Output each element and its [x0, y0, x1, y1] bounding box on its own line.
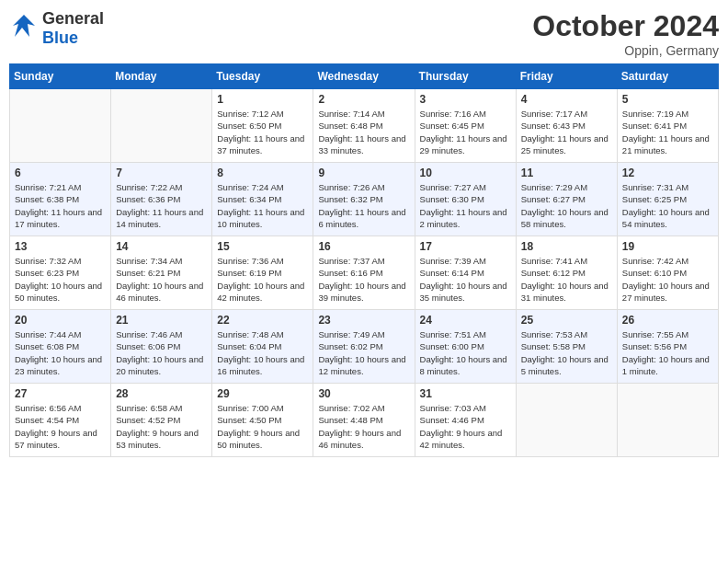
day-number: 9 [318, 167, 409, 179]
day-number: 30 [318, 387, 409, 400]
day-info: Sunrise: 7:41 AM Sunset: 6:12 PM Dayligh… [521, 255, 612, 304]
calendar-table: SundayMondayTuesdayWednesdayThursdayFrid… [9, 63, 719, 457]
day-info: Sunrise: 7:44 AM Sunset: 6:08 PM Dayligh… [15, 328, 106, 377]
calendar-cell: 19Sunrise: 7:42 AM Sunset: 6:10 PM Dayli… [617, 236, 718, 310]
day-number: 13 [15, 240, 106, 253]
calendar-cell: 1Sunrise: 7:12 AM Sunset: 6:50 PM Daylig… [212, 89, 313, 163]
calendar-cell: 27Sunrise: 6:56 AM Sunset: 4:54 PM Dayli… [10, 384, 111, 457]
day-header-tuesday: Tuesday [212, 64, 313, 89]
calendar-cell: 26Sunrise: 7:55 AM Sunset: 5:56 PM Dayli… [617, 310, 718, 384]
calendar-cell: 6Sunrise: 7:21 AM Sunset: 6:38 PM Daylig… [10, 163, 111, 236]
day-number: 4 [521, 93, 612, 106]
calendar-cell [617, 384, 718, 457]
calendar-cell: 9Sunrise: 7:26 AM Sunset: 6:32 PM Daylig… [313, 163, 415, 236]
day-info: Sunrise: 7:29 AM Sunset: 6:27 PM Dayligh… [521, 181, 612, 230]
day-number: 11 [521, 167, 612, 179]
calendar-cell: 25Sunrise: 7:53 AM Sunset: 5:58 PM Dayli… [516, 310, 617, 384]
day-header-friday: Friday [516, 64, 617, 89]
day-info: Sunrise: 7:27 AM Sunset: 6:30 PM Dayligh… [420, 181, 511, 230]
calendar-week-5: 27Sunrise: 6:56 AM Sunset: 4:54 PM Dayli… [10, 384, 719, 457]
day-info: Sunrise: 7:22 AM Sunset: 6:36 PM Dayligh… [116, 181, 207, 230]
calendar-cell [10, 89, 111, 163]
day-info: Sunrise: 7:21 AM Sunset: 6:38 PM Dayligh… [15, 181, 106, 230]
calendar-cell: 3Sunrise: 7:16 AM Sunset: 6:45 PM Daylig… [415, 89, 516, 163]
calendar-week-2: 6Sunrise: 7:21 AM Sunset: 6:38 PM Daylig… [10, 163, 719, 236]
day-number: 3 [420, 93, 511, 106]
calendar-cell: 14Sunrise: 7:34 AM Sunset: 6:21 PM Dayli… [111, 236, 212, 310]
day-info: Sunrise: 7:32 AM Sunset: 6:23 PM Dayligh… [15, 255, 106, 304]
day-info: Sunrise: 7:49 AM Sunset: 6:02 PM Dayligh… [318, 328, 409, 377]
day-info: Sunrise: 7:55 AM Sunset: 5:56 PM Dayligh… [622, 328, 713, 377]
logo-general: General [42, 9, 104, 28]
day-info: Sunrise: 7:36 AM Sunset: 6:19 PM Dayligh… [217, 255, 308, 304]
day-number: 24 [420, 314, 511, 327]
calendar-week-3: 13Sunrise: 7:32 AM Sunset: 6:23 PM Dayli… [10, 236, 719, 310]
day-info: Sunrise: 7:19 AM Sunset: 6:41 PM Dayligh… [622, 108, 713, 156]
calendar-cell: 20Sunrise: 7:44 AM Sunset: 6:08 PM Dayli… [10, 310, 111, 384]
calendar-week-1: 1Sunrise: 7:12 AM Sunset: 6:50 PM Daylig… [10, 89, 719, 163]
calendar-cell: 17Sunrise: 7:39 AM Sunset: 6:14 PM Dayli… [415, 236, 516, 310]
day-info: Sunrise: 7:17 AM Sunset: 6:43 PM Dayligh… [521, 108, 612, 156]
day-info: Sunrise: 7:46 AM Sunset: 6:06 PM Dayligh… [116, 328, 207, 377]
day-number: 28 [116, 387, 207, 400]
day-header-monday: Monday [111, 64, 212, 89]
day-info: Sunrise: 7:00 AM Sunset: 4:50 PM Dayligh… [217, 402, 308, 451]
calendar-cell: 13Sunrise: 7:32 AM Sunset: 6:23 PM Dayli… [10, 236, 111, 310]
day-info: Sunrise: 7:31 AM Sunset: 6:25 PM Dayligh… [622, 181, 713, 230]
calendar-cell: 15Sunrise: 7:36 AM Sunset: 6:19 PM Dayli… [212, 236, 313, 310]
day-info: Sunrise: 7:12 AM Sunset: 6:50 PM Dayligh… [217, 108, 308, 156]
day-number: 15 [217, 240, 308, 253]
day-number: 7 [116, 167, 207, 179]
calendar-cell: 12Sunrise: 7:31 AM Sunset: 6:25 PM Dayli… [617, 163, 718, 236]
day-number: 31 [420, 387, 511, 400]
calendar-cell: 5Sunrise: 7:19 AM Sunset: 6:41 PM Daylig… [617, 89, 718, 163]
calendar-cell: 23Sunrise: 7:49 AM Sunset: 6:02 PM Dayli… [313, 310, 415, 384]
day-number: 27 [15, 387, 106, 400]
calendar-cell: 4Sunrise: 7:17 AM Sunset: 6:43 PM Daylig… [516, 89, 617, 163]
day-header-sunday: Sunday [10, 64, 111, 89]
day-number: 17 [420, 240, 511, 253]
day-info: Sunrise: 7:53 AM Sunset: 5:58 PM Dayligh… [521, 328, 612, 377]
day-number: 5 [622, 93, 713, 106]
day-info: Sunrise: 7:34 AM Sunset: 6:21 PM Dayligh… [116, 255, 207, 304]
calendar-cell: 24Sunrise: 7:51 AM Sunset: 6:00 PM Dayli… [415, 310, 516, 384]
day-number: 22 [217, 314, 308, 327]
title-area: October 2024 Oppin, Germany [532, 9, 719, 58]
day-number: 26 [622, 314, 713, 327]
calendar-cell [516, 384, 617, 457]
calendar-cell: 11Sunrise: 7:29 AM Sunset: 6:27 PM Dayli… [516, 163, 617, 236]
logo-blue: Blue [42, 29, 78, 47]
day-number: 1 [217, 93, 308, 106]
day-info: Sunrise: 7:24 AM Sunset: 6:34 PM Dayligh… [217, 181, 308, 230]
day-header-saturday: Saturday [617, 64, 718, 89]
calendar-cell: 28Sunrise: 6:58 AM Sunset: 4:52 PM Dayli… [111, 384, 212, 457]
calendar-cell: 21Sunrise: 7:46 AM Sunset: 6:06 PM Dayli… [111, 310, 212, 384]
day-header-wednesday: Wednesday [313, 64, 415, 89]
calendar-cell: 30Sunrise: 7:02 AM Sunset: 4:48 PM Dayli… [313, 384, 415, 457]
day-number: 21 [116, 314, 207, 327]
calendar-cell: 18Sunrise: 7:41 AM Sunset: 6:12 PM Dayli… [516, 236, 617, 310]
logo-text: General Blue [42, 9, 104, 48]
day-number: 16 [318, 240, 409, 253]
day-info: Sunrise: 6:58 AM Sunset: 4:52 PM Dayligh… [116, 402, 207, 451]
day-info: Sunrise: 7:48 AM Sunset: 6:04 PM Dayligh… [217, 328, 308, 377]
day-info: Sunrise: 6:56 AM Sunset: 4:54 PM Dayligh… [15, 402, 106, 451]
day-info: Sunrise: 7:14 AM Sunset: 6:48 PM Dayligh… [318, 108, 409, 156]
calendar-cell: 10Sunrise: 7:27 AM Sunset: 6:30 PM Dayli… [415, 163, 516, 236]
day-number: 2 [318, 93, 409, 106]
calendar-cell [111, 89, 212, 163]
calendar-cell: 16Sunrise: 7:37 AM Sunset: 6:16 PM Dayli… [313, 236, 415, 310]
logo: General Blue [9, 9, 104, 48]
logo-bird-icon [9, 11, 39, 46]
day-number: 29 [217, 387, 308, 400]
day-info: Sunrise: 7:02 AM Sunset: 4:48 PM Dayligh… [318, 402, 409, 451]
day-header-thursday: Thursday [415, 64, 516, 89]
calendar-cell: 29Sunrise: 7:00 AM Sunset: 4:50 PM Dayli… [212, 384, 313, 457]
calendar-week-4: 20Sunrise: 7:44 AM Sunset: 6:08 PM Dayli… [10, 310, 719, 384]
svg-marker-0 [13, 15, 35, 37]
day-info: Sunrise: 7:03 AM Sunset: 4:46 PM Dayligh… [420, 402, 511, 451]
day-number: 14 [116, 240, 207, 253]
day-number: 19 [622, 240, 713, 253]
day-number: 18 [521, 240, 612, 253]
day-number: 12 [622, 167, 713, 179]
